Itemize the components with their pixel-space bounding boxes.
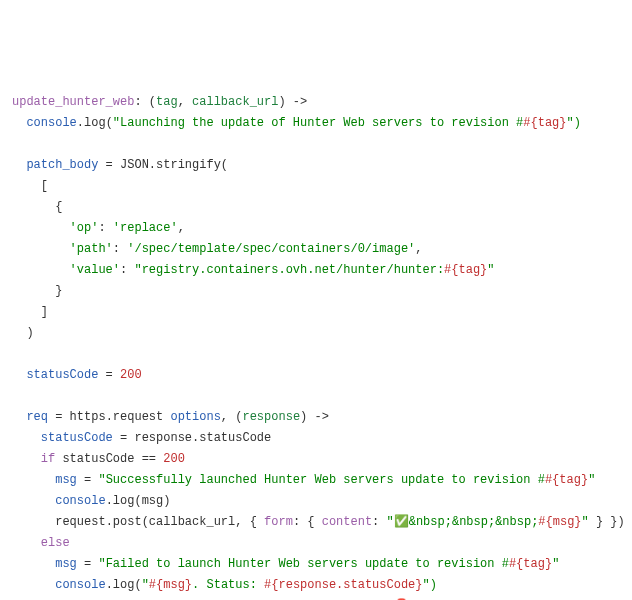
code-block: update_hunter_web: (tag, callback_url) -… <box>12 92 620 600</box>
function-name: update_hunter_web <box>12 95 134 109</box>
